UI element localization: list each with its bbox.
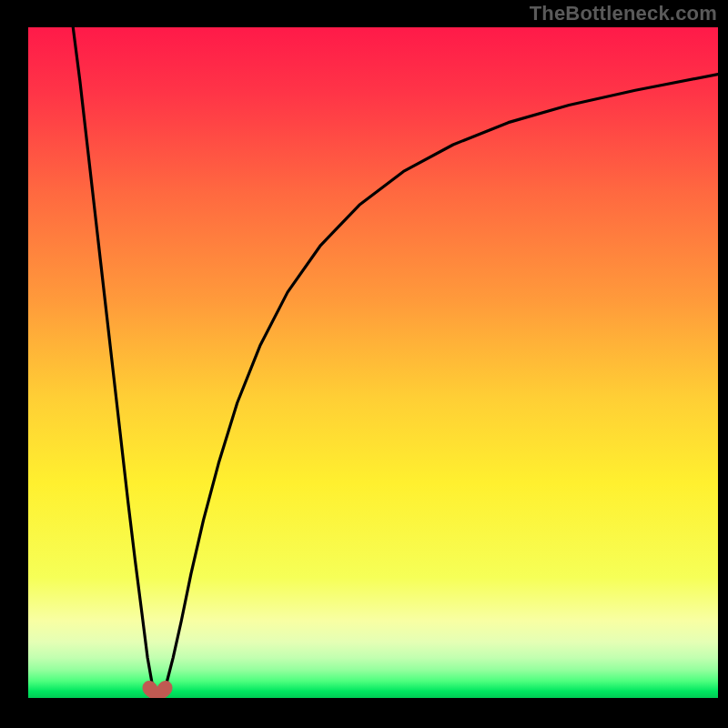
watermark-text: TheBottleneck.com: [530, 2, 717, 25]
plot-svg: [28, 27, 718, 698]
gradient-background: [28, 27, 718, 698]
chart-frame: TheBottleneck.com: [0, 0, 728, 728]
plot-area: [28, 27, 718, 698]
